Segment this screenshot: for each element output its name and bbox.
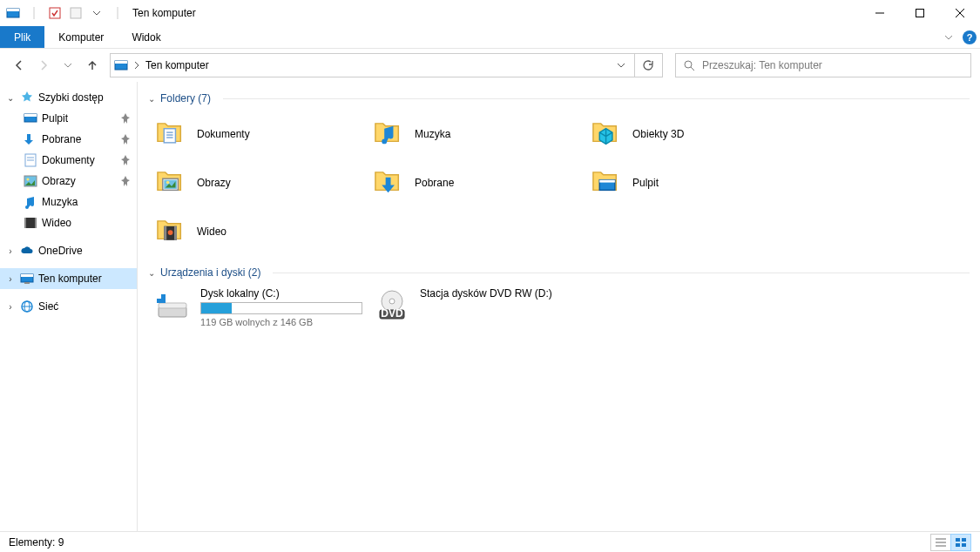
chevron-right-icon[interactable]: › bbox=[5, 274, 16, 284]
music-icon bbox=[23, 195, 38, 209]
back-button[interactable] bbox=[9, 55, 30, 76]
svg-point-36 bbox=[166, 181, 170, 185]
qat-newfolder-icon[interactable] bbox=[66, 3, 85, 23]
status-items: Elementy: 9 bbox=[9, 536, 64, 549]
folder-desktop[interactable]: Pulpit bbox=[584, 158, 801, 207]
svg-rect-57 bbox=[962, 543, 966, 547]
tab-file[interactable]: Plik bbox=[0, 26, 44, 48]
svg-rect-11 bbox=[115, 61, 127, 64]
up-button[interactable] bbox=[82, 55, 103, 76]
sidebar-onedrive[interactable]: › OneDrive bbox=[0, 240, 137, 261]
view-tiles-button[interactable] bbox=[950, 534, 971, 551]
maximize-button[interactable] bbox=[900, 0, 940, 26]
folder-label: Muzyka bbox=[415, 128, 450, 140]
breadcrumb[interactable]: Ten komputer bbox=[145, 59, 209, 71]
svg-point-48 bbox=[389, 299, 395, 304]
folder-video[interactable]: Wideo bbox=[148, 207, 366, 256]
chevron-down-icon[interactable]: ⌄ bbox=[5, 93, 16, 103]
view-details-button[interactable] bbox=[930, 534, 951, 551]
sidebar-item-label: Obrazy bbox=[42, 175, 116, 187]
close-button[interactable] bbox=[940, 0, 980, 26]
svg-rect-41 bbox=[174, 226, 177, 240]
folder-label: Dokumenty bbox=[197, 128, 250, 140]
sidebar-item-pictures[interactable]: Obrazy bbox=[0, 171, 137, 192]
sidebar-network[interactable]: › Sieć bbox=[0, 296, 137, 317]
cloud-icon bbox=[19, 246, 35, 256]
star-icon bbox=[19, 91, 35, 104]
drive-label: Stacja dysków DVD RW (D:) bbox=[420, 287, 582, 300]
folder-label: Obrazy bbox=[197, 177, 231, 189]
sidebar-item-label: Pulpit bbox=[42, 112, 116, 125]
sidebar-item-documents[interactable]: Dokumenty bbox=[0, 150, 137, 171]
svg-rect-38 bbox=[600, 180, 616, 183]
drive-usage-bar bbox=[200, 302, 362, 314]
svg-rect-26 bbox=[24, 282, 30, 284]
pin-icon bbox=[119, 113, 132, 124]
address-dropdown-icon[interactable] bbox=[612, 61, 630, 70]
folder-label: Obiekty 3D bbox=[632, 128, 684, 140]
objects3d-icon bbox=[589, 117, 624, 151]
ribbon-collapse-icon[interactable] bbox=[938, 26, 959, 48]
video-icon bbox=[23, 217, 38, 229]
statusbar: Elementy: 9 bbox=[0, 531, 980, 552]
pictures-icon bbox=[153, 165, 188, 200]
chevron-right-icon[interactable] bbox=[133, 61, 140, 70]
system-menu-icon[interactable] bbox=[3, 3, 23, 23]
svg-rect-46 bbox=[157, 294, 161, 299]
folder-objects3d[interactable]: Obiekty 3D bbox=[584, 110, 801, 158]
folder-pictures[interactable]: Obrazy bbox=[148, 158, 366, 207]
monitor-icon bbox=[19, 273, 35, 285]
folder-label: Wideo bbox=[197, 226, 226, 238]
group-devices-title: Urządzenia i dyski (2) bbox=[160, 266, 260, 279]
tab-view[interactable]: Widok bbox=[118, 26, 174, 48]
svg-rect-1 bbox=[7, 9, 19, 11]
titlebar: Ten komputer bbox=[0, 0, 980, 26]
svg-rect-15 bbox=[24, 114, 37, 117]
sidebar-item-download[interactable]: Pobrane bbox=[0, 129, 137, 150]
sidebar-this-pc[interactable]: › Ten komputer bbox=[0, 268, 137, 289]
sidebar-item-desktop[interactable]: Pulpit bbox=[0, 108, 137, 129]
drive-free-text: 119 GB wolnych z 146 GB bbox=[200, 317, 362, 327]
svg-point-20 bbox=[27, 178, 30, 181]
minimize-button[interactable] bbox=[860, 0, 900, 26]
pictures-icon bbox=[23, 175, 38, 187]
svg-line-13 bbox=[691, 67, 694, 71]
svg-rect-4 bbox=[71, 8, 81, 18]
folder-download[interactable]: Pobrane bbox=[366, 158, 584, 207]
pin-icon bbox=[119, 155, 132, 165]
video-icon bbox=[153, 214, 188, 249]
svg-rect-56 bbox=[956, 543, 960, 547]
sidebar-item-music[interactable]: Muzyka bbox=[0, 192, 137, 212]
drive-item[interactable]: Dysk lokalny (C:)119 GB wolnych z 146 GB bbox=[148, 284, 368, 331]
group-folders-title: Foldery (7) bbox=[160, 92, 211, 104]
group-folders-header[interactable]: ⌄ Foldery (7) bbox=[148, 92, 970, 104]
address-bar[interactable]: Ten komputer bbox=[110, 53, 663, 77]
search-icon bbox=[683, 59, 695, 71]
group-devices-header[interactable]: ⌄ Urządzenia i dyski (2) bbox=[148, 266, 970, 279]
qat-dropdown-icon[interactable] bbox=[87, 3, 106, 23]
forward-button[interactable] bbox=[33, 55, 54, 76]
dvd-icon: DVD bbox=[373, 287, 411, 326]
recent-dropdown-icon[interactable] bbox=[57, 55, 78, 76]
tab-computer[interactable]: Komputer bbox=[44, 26, 118, 48]
sidebar-quick-access[interactable]: ⌄ Szybki dostęp bbox=[0, 87, 137, 108]
folder-documents[interactable]: Dokumenty bbox=[148, 110, 366, 158]
refresh-button[interactable] bbox=[634, 53, 659, 77]
drive-item[interactable]: DVD Stacja dysków DVD RW (D:) bbox=[368, 284, 587, 331]
svg-rect-3 bbox=[50, 8, 60, 18]
folder-music[interactable]: Muzyka bbox=[366, 110, 584, 158]
divider bbox=[108, 3, 127, 23]
address-icon bbox=[114, 59, 128, 71]
svg-rect-40 bbox=[165, 226, 167, 240]
chevron-right-icon[interactable]: › bbox=[5, 246, 16, 256]
search-box[interactable]: Przeszukaj: Ten komputer bbox=[675, 53, 971, 77]
qat-properties-icon[interactable] bbox=[45, 3, 64, 23]
sidebar-item-video[interactable]: Wideo bbox=[0, 212, 137, 233]
svg-point-12 bbox=[685, 61, 692, 68]
help-button[interactable]: ? bbox=[959, 26, 980, 48]
ribbon: Plik Komputer Widok ? bbox=[0, 26, 980, 49]
chevron-down-icon: ⌄ bbox=[148, 94, 155, 104]
chevron-right-icon[interactable]: › bbox=[5, 302, 16, 312]
sidebar-item-label: Dokumenty bbox=[42, 154, 116, 166]
window-title: Ten komputer bbox=[132, 7, 196, 19]
